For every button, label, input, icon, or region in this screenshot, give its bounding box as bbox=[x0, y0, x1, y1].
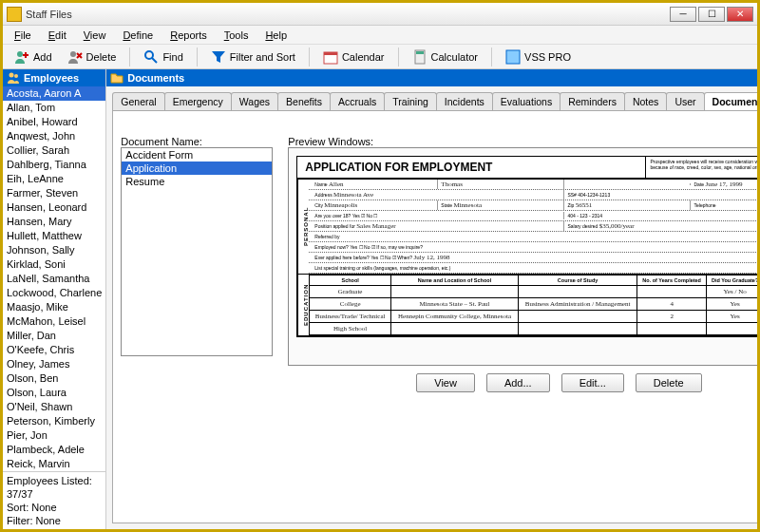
tab-benefits[interactable]: Benefits bbox=[277, 92, 331, 110]
delete-doc-button[interactable]: Delete bbox=[636, 373, 702, 392]
employee-item[interactable]: Acosta, Aaron A bbox=[3, 86, 105, 101]
button-row: View Add... Edit... Delete bbox=[288, 373, 757, 392]
employee-item[interactable]: Hansen, Mary bbox=[3, 215, 105, 229]
employee-item[interactable]: Dahlberg, Tianna bbox=[3, 158, 105, 172]
add-person-icon bbox=[14, 49, 29, 65]
svg-rect-7 bbox=[506, 50, 520, 64]
employee-list[interactable]: Acosta, Aaron AAllan, TomAnibel, HowardA… bbox=[3, 86, 105, 471]
svg-point-9 bbox=[14, 74, 18, 78]
main-area: Employees Acosta, Aaron AAllan, TomAnibe… bbox=[3, 69, 757, 529]
employee-item[interactable]: O'Neil, Shawn bbox=[3, 400, 105, 414]
calculator-icon bbox=[412, 49, 428, 65]
tab-reminders[interactable]: Reminders bbox=[560, 92, 625, 110]
employee-item[interactable]: McMahon, Leisel bbox=[3, 314, 105, 329]
svg-point-1 bbox=[70, 51, 76, 57]
status-bar: Employees Listed: 37/37 Sort: None Filte… bbox=[3, 471, 105, 529]
find-button[interactable]: Find bbox=[138, 48, 188, 66]
tab-training[interactable]: Training bbox=[384, 92, 437, 110]
employee-item[interactable]: Hullett, Matthew bbox=[3, 229, 105, 243]
employee-item[interactable]: Plambeck, Adele bbox=[3, 443, 105, 457]
tab-user[interactable]: User bbox=[666, 92, 704, 110]
vss-button[interactable]: VSS PRO bbox=[500, 48, 577, 66]
employee-item[interactable]: Hansen, Leonard bbox=[3, 200, 105, 215]
document-name-label: Document Name: bbox=[121, 136, 273, 147]
employee-item[interactable]: Reick, Marvin bbox=[3, 457, 105, 471]
tab-emergency[interactable]: Emergency bbox=[164, 92, 232, 110]
vss-icon bbox=[505, 49, 521, 65]
add-button[interactable]: Add bbox=[9, 48, 58, 66]
maximize-button[interactable]: ☐ bbox=[698, 7, 725, 22]
search-icon bbox=[143, 49, 159, 65]
folder-icon bbox=[110, 71, 124, 85]
svg-point-0 bbox=[17, 51, 23, 57]
tab-notes[interactable]: Notes bbox=[624, 92, 667, 110]
employee-item[interactable]: O'Keefe, Chris bbox=[3, 343, 105, 357]
employee-item[interactable]: Collier, Sarah bbox=[3, 143, 105, 158]
tab-incidents[interactable]: Incidents bbox=[436, 92, 493, 110]
titlebar: Staff Files ─ ☐ ✕ bbox=[3, 3, 757, 26]
employee-item[interactable]: Pier, Jon bbox=[3, 428, 105, 443]
document-item[interactable]: Accident Form bbox=[122, 148, 272, 162]
edit-doc-button[interactable]: Edit... bbox=[561, 373, 624, 392]
close-button[interactable]: ✕ bbox=[727, 7, 753, 22]
employee-item[interactable]: Lockwood, Charlene bbox=[3, 286, 105, 300]
status-listed: Employees Listed: 37/37 bbox=[7, 474, 102, 501]
document-list[interactable]: Accident FormApplicationResume bbox=[121, 147, 273, 356]
separator bbox=[491, 48, 492, 66]
status-sort: Sort: None bbox=[7, 501, 102, 514]
employees-header: Employees bbox=[3, 69, 105, 86]
menu-file[interactable]: File bbox=[7, 28, 39, 43]
menu-view[interactable]: View bbox=[76, 28, 114, 43]
view-button[interactable]: View bbox=[416, 373, 475, 392]
employee-item[interactable]: Peterson, Kimberly bbox=[3, 414, 105, 428]
menu-reports[interactable]: Reports bbox=[162, 28, 215, 43]
delete-button[interactable]: Delete bbox=[62, 48, 123, 66]
employee-item[interactable]: Kirklad, Soni bbox=[3, 257, 105, 272]
tab-bar: GeneralEmergencyWagesBenefitsAccrualsTra… bbox=[106, 86, 757, 110]
app-icon bbox=[7, 7, 22, 22]
employee-item[interactable]: Anqwest, John bbox=[3, 129, 105, 143]
tab-documents[interactable]: Documents bbox=[704, 92, 757, 110]
employee-item[interactable]: Anibel, Howard bbox=[3, 115, 105, 129]
separator bbox=[398, 48, 399, 66]
svg-rect-4 bbox=[324, 52, 337, 55]
preview-window: APPLICATION FOR EMPLOYMENT Prospective e… bbox=[288, 147, 757, 366]
toolbar: Add Delete Find Filter and Sort Calendar… bbox=[3, 45, 757, 69]
employee-item[interactable]: Eih, LeAnne bbox=[3, 172, 105, 186]
menu-define[interactable]: Define bbox=[115, 28, 161, 43]
separator bbox=[309, 48, 310, 66]
tab-evaluations[interactable]: Evaluations bbox=[492, 92, 560, 110]
separator bbox=[129, 48, 130, 66]
employee-item[interactable]: Maasjo, Mike bbox=[3, 300, 105, 314]
separator bbox=[197, 48, 198, 66]
minimize-button[interactable]: ─ bbox=[670, 7, 696, 22]
tab-accruals[interactable]: Accruals bbox=[330, 92, 385, 110]
menubar: File Edit View Define Reports Tools Help bbox=[3, 26, 757, 45]
add-doc-button[interactable]: Add... bbox=[486, 373, 550, 392]
svg-point-2 bbox=[145, 51, 153, 59]
employee-item[interactable]: Farmer, Steven bbox=[3, 186, 105, 200]
employee-item[interactable]: LaNell, Samantha bbox=[3, 272, 105, 286]
form-title: APPLICATION FOR EMPLOYMENT bbox=[297, 157, 646, 178]
employee-item[interactable]: Johnson, Sally bbox=[3, 243, 105, 257]
document-item[interactable]: Application bbox=[122, 162, 272, 175]
employee-item[interactable]: Olson, Ben bbox=[3, 371, 105, 386]
window-title: Staff Files bbox=[26, 9, 670, 20]
employee-item[interactable]: Olson, Laura bbox=[3, 386, 105, 400]
document-item[interactable]: Resume bbox=[122, 175, 272, 188]
calculator-button[interactable]: Calculator bbox=[407, 48, 484, 66]
document-preview: APPLICATION FOR EMPLOYMENT Prospective e… bbox=[296, 156, 757, 337]
menu-help[interactable]: Help bbox=[257, 28, 294, 43]
form-note: Prospective employees will receive consi… bbox=[646, 157, 757, 178]
tab-wages[interactable]: Wages bbox=[231, 92, 278, 110]
menu-tools[interactable]: Tools bbox=[217, 28, 256, 43]
employee-item[interactable]: Olney, James bbox=[3, 357, 105, 371]
delete-person-icon bbox=[67, 49, 83, 65]
menu-edit[interactable]: Edit bbox=[41, 28, 74, 43]
tab-general[interactable]: General bbox=[112, 92, 164, 110]
content-panel: Documents GeneralEmergencyWagesBenefitsA… bbox=[106, 69, 757, 529]
employee-item[interactable]: Miller, Dan bbox=[3, 329, 105, 343]
employee-item[interactable]: Allan, Tom bbox=[3, 101, 105, 115]
calendar-button[interactable]: Calendar bbox=[317, 48, 390, 66]
filter-button[interactable]: Filter and Sort bbox=[205, 48, 301, 66]
